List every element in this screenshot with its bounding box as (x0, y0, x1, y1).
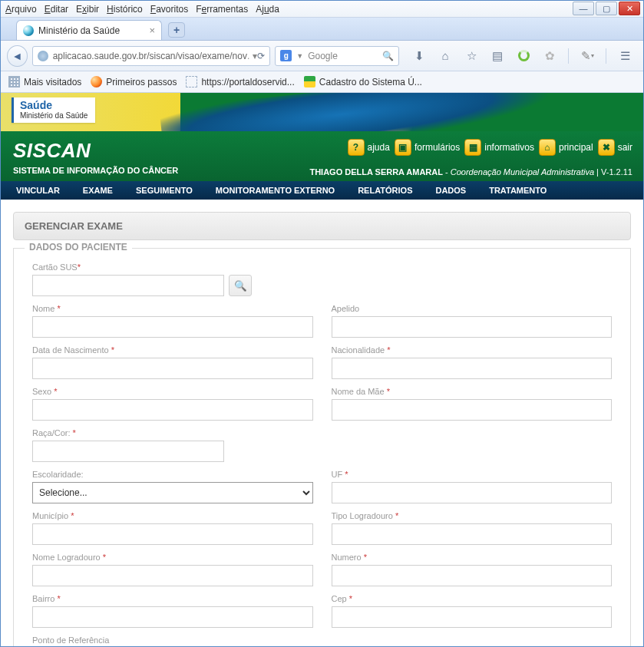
home-icon[interactable]: ⌂ (436, 47, 454, 65)
label-uf: UF * (332, 470, 613, 479)
addon-paw-icon[interactable]: ✿ (540, 47, 559, 65)
menu-arquivo[interactable]: Arquivo (5, 4, 37, 15)
menu-ferramentas[interactable]: Ferramentas (196, 4, 248, 15)
grid-icon (8, 76, 20, 87)
bookmarks-bar: Mais visitados Primeiros passos https://… (1, 71, 643, 93)
nav-tratamento[interactable]: TRATAMENTO (489, 186, 547, 195)
nacionalidade-input[interactable] (332, 358, 613, 379)
page-content-scroll[interactable]: Saúde Ministério da Saúde SISCAN SISTEMA… (1, 93, 643, 646)
nome-logradouro-input[interactable] (32, 565, 313, 586)
municipio-input[interactable] (32, 523, 313, 545)
bairro-input[interactable] (32, 606, 313, 628)
fieldset-dados-paciente: DADOS DO PACIENTE Cartão SUS* 🔍 Nome * (13, 248, 631, 646)
label-apelido: Apelido (332, 304, 613, 313)
window-minimize-button[interactable]: — (573, 2, 594, 15)
addon-brush-icon[interactable]: ✎▾ (578, 47, 596, 65)
browser-menubar: Arquivo Editar Exibir Histórico Favorito… (1, 1, 643, 18)
bookmark-portal[interactable]: https://portaldoservid... (186, 76, 294, 87)
browser-search-input[interactable]: g ▼ Google 🔍 (275, 46, 399, 66)
siscan-header: SISCAN SISTEMA DE INFORMAÇÃO DO CÂNCER ?… (1, 131, 643, 181)
menu-favoritos[interactable]: Favoritos (150, 4, 188, 15)
bookmark-most-visited[interactable]: Mais visitados (8, 76, 81, 87)
main-nav: VINCULAR EXAME SEGUIMENTO MONITORAMENTO … (1, 181, 643, 200)
hamburger-menu-icon[interactable]: ☰ (616, 47, 634, 65)
raca-cor-input[interactable] (32, 441, 224, 462)
section-title: GERENCIAR EXAME (13, 212, 631, 240)
nome-mae-input[interactable] (332, 399, 613, 421)
tipo-logradouro-input[interactable] (332, 523, 613, 545)
sexo-input[interactable] (32, 399, 313, 421)
bookmark-primeiros-passos[interactable]: Primeiros passos (91, 76, 177, 87)
formularios-button[interactable]: ▣ formulários (395, 139, 460, 156)
window-close-button[interactable]: ✕ (619, 2, 640, 15)
menu-ajuda[interactable]: Ajuda (256, 4, 279, 15)
saude-badge: Saúde Ministério da Saúde (12, 97, 95, 123)
app-version: V-1.2.11 (601, 167, 632, 177)
principal-button[interactable]: ⌂ principal (539, 139, 593, 156)
user-name: THIAGO DELLA SERRA AMARAL (309, 167, 443, 177)
cartao-sus-search-button[interactable]: 🔍 (229, 275, 252, 296)
label-nacionalidade: Nacionalidade * (332, 345, 613, 355)
new-tab-button[interactable]: + (168, 22, 185, 38)
label-bairro: Bairro * (32, 594, 313, 603)
label-municipio: Município * (32, 511, 313, 520)
help-icon: ? (348, 139, 365, 156)
downloads-icon[interactable]: ⬇ (410, 47, 428, 65)
url-text: aplicacao.saude.gov.br/siscan/visao/exam… (53, 51, 247, 61)
reload-icon[interactable]: ⟳ (257, 51, 265, 61)
nav-exame[interactable]: EXAME (83, 186, 113, 195)
favicon-icon (23, 25, 34, 36)
label-tipo-logradouro: Tipo Logradouro * (332, 511, 613, 520)
info-icon: ▦ (464, 139, 481, 156)
nav-vincular[interactable]: VINCULAR (16, 186, 60, 195)
sidebar-icon[interactable]: ▤ (488, 47, 507, 65)
addon-green-icon[interactable] (514, 47, 533, 65)
search-engine-caret-icon[interactable]: ▼ (296, 52, 303, 60)
label-cep: Cep * (332, 594, 613, 603)
browser-tab-active[interactable]: Ministério da Saúde × (16, 20, 162, 40)
brazil-flag-icon (304, 76, 315, 87)
uf-input[interactable] (332, 482, 613, 503)
browser-tabstrip: Ministério da Saúde × + (1, 18, 643, 41)
data-nascimento-input[interactable] (32, 358, 313, 379)
escolaridade-select[interactable]: Selecione... (32, 482, 313, 503)
ministerio-subtitle: Ministério da Saúde (20, 111, 88, 120)
tab-close-icon[interactable]: × (149, 25, 155, 36)
globe-icon (38, 51, 48, 61)
apelido-input[interactable] (332, 316, 613, 338)
nav-relatorios[interactable]: RELATÓRIOS (358, 186, 412, 195)
window-maximize-button[interactable]: ▢ (596, 2, 617, 15)
menu-historico[interactable]: Histórico (107, 4, 143, 15)
form-icon: ▣ (395, 139, 411, 156)
bookmark-star-icon[interactable]: ☆ (462, 47, 481, 65)
nome-input[interactable] (32, 316, 313, 338)
cartao-sus-input[interactable] (32, 275, 224, 296)
label-numero: Numero * (332, 553, 613, 562)
user-info-line: THIAGO DELLA SERRA AMARAL - Coordenação … (309, 167, 632, 177)
saude-header-banner: Saúde Ministério da Saúde (1, 93, 643, 131)
label-nome-mae: Nome da Mãe * (332, 387, 613, 396)
nav-monitoramento[interactable]: MONITORAMENTO EXTERNO (216, 186, 335, 195)
exit-icon: ✖ (598, 139, 615, 156)
ajuda-button[interactable]: ? ajuda (348, 139, 390, 156)
menu-exibir[interactable]: Exibir (76, 4, 99, 15)
label-nome: Nome * (32, 304, 313, 313)
search-placeholder: Google (308, 51, 338, 61)
cep-input[interactable] (332, 606, 613, 628)
bookmark-cadastro-sistema[interactable]: Cadastro do Sistema Ú... (304, 76, 422, 87)
fieldset-legend: DADOS DO PACIENTE (25, 242, 132, 253)
nav-dados[interactable]: DADOS (435, 186, 466, 195)
informativos-button[interactable]: ▦ informativos (464, 139, 534, 156)
nav-seguimento[interactable]: SEGUIMENTO (136, 186, 193, 195)
search-icon[interactable]: 🔍 (382, 51, 394, 61)
label-ponto-referencia: Ponto de Referência (32, 635, 313, 645)
saude-title: Saúde (20, 99, 88, 111)
sair-button[interactable]: ✖ sair (598, 139, 632, 156)
menu-editar[interactable]: Editar (45, 4, 68, 15)
home-app-icon: ⌂ (539, 139, 556, 156)
label-cartao-sus: Cartão SUS* (32, 262, 612, 272)
google-icon: g (280, 50, 292, 61)
back-button[interactable]: ◄ (7, 45, 28, 67)
url-input[interactable]: aplicacao.saude.gov.br/siscan/visao/exam… (32, 46, 271, 66)
numero-input[interactable] (332, 565, 613, 586)
